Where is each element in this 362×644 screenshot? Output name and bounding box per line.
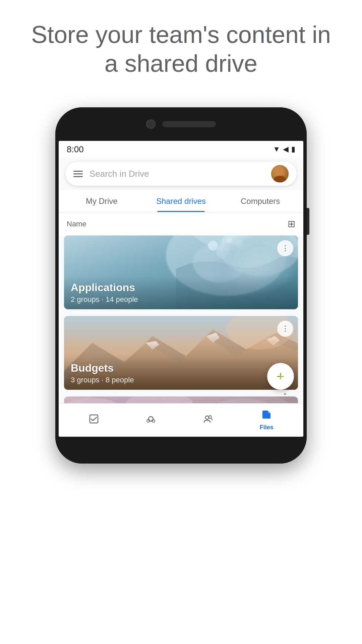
tab-shared-drives[interactable]: Shared drives (141, 190, 221, 212)
nav-item-shared[interactable] (196, 411, 220, 430)
activity-icon (145, 414, 156, 427)
phone-mockup: 8:00 ▼ ◀ ▮ Search in Drive (55, 107, 307, 464)
files-nav-label: Files (260, 424, 274, 431)
more-options-dots[interactable] (284, 393, 286, 402)
card-title-budgets: Budgets (71, 362, 291, 374)
sort-bar: Name ⊞ (59, 212, 303, 235)
tasks-icon (88, 414, 99, 427)
svg-point-6 (236, 240, 244, 248)
card-overlay-applications: Applications 2 groups · 14 people (64, 276, 298, 309)
card-subtitle-budgets: 3 groups · 8 people (71, 376, 291, 384)
svg-point-5 (227, 238, 232, 243)
status-icons: ▼ ◀ ▮ (273, 145, 295, 154)
status-time: 8:00 (67, 144, 84, 155)
drive-cards-list: ⋮ Applications 2 groups · 14 people (59, 235, 303, 430)
svg-point-4 (208, 240, 218, 251)
svg-line-26 (152, 420, 153, 420)
phone-side-button (307, 208, 309, 235)
hamburger-line-2 (73, 173, 83, 174)
tab-bar: My Drive Shared drives Computers (59, 190, 303, 212)
svg-point-28 (209, 416, 212, 418)
bottom-navigation: Files (59, 403, 303, 437)
card-menu-button-applications[interactable]: ⋮ (277, 240, 293, 256)
phone-screen: 8:00 ▼ ◀ ▮ Search in Drive (59, 141, 303, 437)
phone-speaker (162, 121, 216, 127)
status-bar: 8:00 ▼ ◀ ▮ (59, 141, 303, 158)
card-menu-button-budgets[interactable]: ⋮ (277, 321, 293, 337)
files-icon (261, 409, 272, 423)
battery-icon: ▮ (291, 145, 295, 154)
more-dot-1 (284, 393, 286, 395)
sort-label[interactable]: Name (67, 220, 86, 228)
hero-title: Store your team's content in a shared dr… (0, 0, 362, 92)
phone-top-bezel (55, 107, 307, 141)
avatar-image (271, 165, 289, 182)
avatar[interactable] (271, 165, 289, 182)
svg-line-25 (149, 420, 150, 420)
svg-point-7 (216, 246, 230, 259)
grid-view-icon[interactable]: ⊞ (288, 218, 295, 229)
nav-item-files[interactable]: Files (253, 407, 280, 434)
more-dot-2 (284, 396, 286, 398)
tab-my-drive[interactable]: My Drive (62, 190, 141, 212)
drive-card-budgets[interactable]: ⋮ Budgets 3 groups · 8 people (64, 316, 298, 390)
signal-icon: ◀ (283, 145, 289, 154)
search-input[interactable]: Search in Drive (89, 169, 264, 179)
fab-plus-icon: + (277, 369, 284, 384)
search-bar[interactable]: Search in Drive (65, 162, 297, 186)
hamburger-line-1 (73, 171, 83, 172)
card-overlay-budgets: Budgets 3 groups · 8 people (64, 357, 298, 390)
card-title-applications: Applications (71, 281, 291, 294)
svg-point-27 (205, 416, 209, 419)
phone-bottom-bezel (55, 437, 307, 464)
phone-camera (146, 119, 156, 129)
nav-item-tasks[interactable] (82, 411, 106, 430)
nav-item-activity[interactable] (139, 411, 163, 430)
card-subtitle-applications: 2 groups · 14 people (71, 295, 291, 304)
drive-card-applications[interactable]: ⋮ Applications 2 groups · 14 people (64, 235, 298, 309)
tab-computers[interactable]: Computers (221, 190, 300, 212)
hamburger-line-3 (73, 176, 83, 177)
fab-button[interactable]: + (267, 363, 294, 390)
more-dot-3 (284, 400, 286, 402)
shared-icon (203, 414, 214, 427)
menu-button[interactable] (73, 171, 83, 177)
wifi-icon: ▼ (273, 145, 280, 154)
